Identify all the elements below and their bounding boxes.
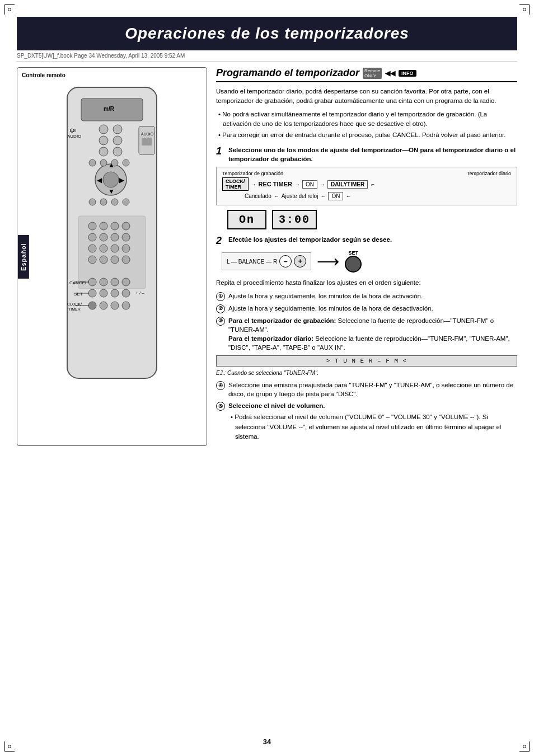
set-button-circle[interactable] [345, 256, 362, 273]
substep-4-text: Seleccione una emisora preajustada para … [228, 381, 517, 398]
substep-4: ④ Seleccione una emisora preajustada par… [216, 381, 517, 398]
svg-point-36 [111, 245, 119, 252]
step-1-header: 1 Seleccione uno de los modos de ajuste … [216, 145, 517, 163]
substep-2: ② Ajuste la hora y seguidamente, los min… [216, 304, 517, 313]
repeat-text: Repita el procedimiento hasta finalizar … [216, 278, 517, 288]
svg-text:▼: ▼ [108, 187, 115, 195]
center-dot-tr [523, 8, 526, 11]
balance-box: L — BALANCE — R – + [222, 252, 311, 270]
svg-point-42 [88, 278, 96, 286]
svg-point-53 [122, 289, 130, 297]
bullet-1: No podrá activar simultáneamente el temp… [216, 110, 517, 129]
svg-text:◀: ◀ [97, 176, 102, 184]
svg-rect-65 [142, 138, 152, 145]
flow-arrow-end: ⌐ [371, 181, 374, 187]
clock-timer-box: CLOCK/TIMER [222, 177, 249, 191]
step-2-text: Efectúe los ajustes del temporizador seg… [228, 235, 392, 244]
svg-point-39 [100, 256, 107, 264]
svg-point-18 [100, 159, 107, 166]
svg-point-21 [89, 199, 96, 205]
timer-label-right: Temporizador diario [467, 171, 511, 176]
page-title: Operaciones de los temporizadores [17, 17, 517, 50]
substep-5-number: ⑤ [216, 402, 225, 411]
svg-point-38 [88, 256, 96, 264]
substep-5-bullet: Podrá seleccionar el nivel de volumen ("… [228, 412, 517, 442]
svg-point-10 [113, 147, 122, 156]
svg-text:CANCEL: CANCEL [69, 280, 88, 285]
svg-point-8 [113, 136, 122, 145]
plus-button[interactable]: + [294, 255, 306, 267]
svg-point-51 [100, 289, 107, 297]
flow-arrow-5: ← [320, 193, 326, 199]
substep-3-number: ③ [216, 317, 225, 326]
svg-point-56 [111, 302, 119, 309]
on-label-2: ON [328, 192, 343, 200]
center-dot-tl [8, 8, 11, 11]
intro-paragraph: Usando el temporizador diario, podrá des… [216, 87, 517, 106]
substep-4-number: ④ [216, 381, 225, 390]
svg-text:⏻/I: ⏻/I [69, 128, 76, 133]
substep-1-number: ① [216, 292, 225, 301]
display-diagram: On 3:00 [227, 210, 517, 229]
substep-1: ① Ajuste la hora y seguidamente, los min… [216, 292, 517, 301]
center-dot-bl [8, 745, 11, 748]
substep-5: ⑤ Seleccione el nivel de volumen. Podrá … [216, 401, 517, 443]
svg-point-7 [99, 136, 108, 145]
substep-2-text: Ajuste la hora y seguidamente, los minut… [228, 304, 517, 313]
svg-point-28 [111, 222, 119, 230]
info-icon: INFO [399, 70, 416, 77]
timer-label-left: Temporizador de grabación [222, 171, 283, 176]
step-2-header: 2 Efectúe los ajustes del temporizador s… [216, 235, 517, 247]
file-info: SP_DXT5[UW]_f.book Page 34 Wednesday, Ap… [17, 53, 517, 62]
flow-arrow-3: → [320, 181, 325, 187]
svg-point-24 [123, 199, 129, 205]
tuner-display: > T U N E R – F M < [216, 355, 517, 367]
svg-point-9 [99, 147, 108, 156]
flow-arrow-1: → [251, 181, 256, 187]
svg-point-12 [103, 172, 119, 187]
svg-point-5 [99, 125, 108, 134]
svg-point-32 [111, 233, 119, 241]
svg-point-22 [100, 199, 107, 205]
svg-point-29 [122, 222, 130, 230]
remote-control-panel: Controle remoto Español m/R ⏻/I AUDIO [17, 67, 207, 446]
svg-point-17 [89, 159, 96, 166]
substep-3-text: Para el temporizador de grabación: Selec… [228, 316, 517, 352]
svg-point-19 [111, 159, 118, 166]
substep-3: ③ Para el temporizador de grabación: Sel… [216, 316, 517, 352]
svg-text:SET: SET [74, 292, 83, 297]
balance-diagram: L — BALANCE — R – + ⟶ SET [222, 250, 517, 273]
svg-point-20 [123, 159, 129, 166]
flow-arrow-2: → [294, 181, 300, 187]
flow-arrow-6: ← [345, 193, 351, 199]
svg-text:▶: ▶ [119, 176, 125, 184]
cancel-label: Cancelado [245, 193, 271, 199]
section-title: Programando el temporizador RemoteONLY ◀… [216, 67, 517, 82]
timer-diagram: Temporizador de grabación Temporizador d… [216, 167, 517, 205]
substep-5-content: Seleccione el nivel de volumen. Podrá se… [228, 401, 517, 443]
svg-text:TIMER: TIMER [68, 307, 81, 311]
svg-point-43 [100, 278, 107, 286]
svg-point-57 [122, 302, 130, 309]
svg-point-35 [100, 245, 107, 252]
right-panel: Programando el temporizador RemoteONLY ◀… [216, 67, 517, 446]
flow-arrow-4: ← [274, 193, 279, 199]
substep-1-text: Ajuste la hora y seguidamente, los minut… [228, 292, 517, 301]
svg-point-37 [122, 245, 130, 252]
svg-point-44 [111, 278, 119, 286]
svg-point-30 [88, 233, 96, 241]
tuner-caption: EJ.: Cuando se selecciona "TUNER-FM". [216, 370, 517, 376]
svg-point-26 [88, 222, 96, 230]
step-1-text: Seleccione uno de los modos de ajuste de… [228, 145, 517, 163]
svg-text:m/R: m/R [104, 106, 115, 112]
substep-5-text: Seleccione el nivel de volumen. [228, 402, 325, 409]
daily-timer-label: DAILYTIMER [327, 180, 368, 189]
svg-text:+ / –: + / – [135, 290, 144, 295]
minus-button[interactable]: – [279, 255, 292, 267]
balance-label: L — BALANCE — R [227, 259, 277, 265]
remote-svg: m/R ⏻/I AUDIO ▲ ▼ [50, 82, 174, 395]
on-label-1: ON [302, 180, 317, 189]
center-dot-br [523, 745, 526, 748]
substep-2-number: ② [216, 304, 225, 313]
svg-point-27 [100, 222, 107, 230]
